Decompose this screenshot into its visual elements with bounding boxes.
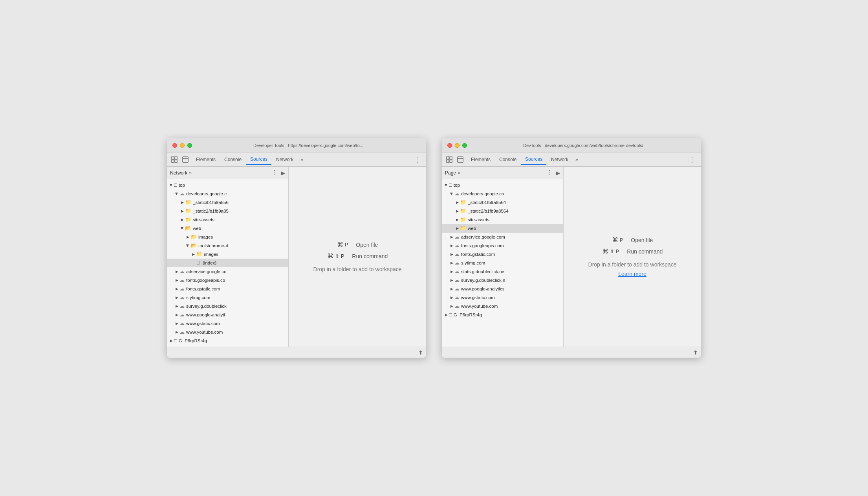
tab-sources-1[interactable]: Sources — [246, 154, 271, 165]
svg-rect-3 — [175, 160, 177, 162]
tab-elements-2[interactable]: Elements — [467, 154, 494, 165]
tree-item-web-2[interactable]: ▶ 📁 web — [442, 224, 563, 233]
tree-item-survey[interactable]: ▶ ☁ survey.g.doubleclick — [167, 302, 288, 310]
svg-rect-9 — [450, 160, 452, 162]
cloud-icon-survey-2: ☁ — [454, 277, 460, 284]
panel-area-1: Network » ⋮ ▶ ▶ □ top ▶ ☁ developers — [167, 167, 426, 347]
minimize-button-2[interactable] — [455, 143, 460, 148]
tree-item-devgoogle-2[interactable]: ▶ ☁ developers.google.co — [442, 189, 563, 198]
tree-item-static1-2[interactable]: ▶ 📁 _static/b1fb9a8564 — [442, 198, 563, 207]
tree-item-fonts-api[interactable]: ▶ ☁ fonts.googleapis.co — [167, 276, 288, 285]
cmd-symbol-1a: ⌘ — [337, 241, 343, 248]
arrow-images-web: ▶ — [185, 233, 190, 241]
label-adservice-2: adservice.google.com — [461, 233, 505, 241]
tree-item-analytics[interactable]: ▶ ☁ www.google-analyti — [167, 310, 288, 319]
sidebar-toggle-icon-2[interactable]: ▶ — [556, 170, 560, 176]
tree-item-fonts-static-2[interactable]: ▶ ☁ fonts.gstatic.com — [442, 250, 563, 259]
tree-item-sytimg[interactable]: ▶ ☁ s.ytimg.com — [167, 293, 288, 302]
sidebar-toggle-icon-1[interactable]: ▶ — [281, 170, 285, 176]
tree-item-static2[interactable]: ▶ 📁 _static2/b1fb9a85 — [167, 207, 288, 215]
cloud-icon-gstatic-2: ☁ — [454, 294, 460, 301]
tree-item-gstatic[interactable]: ▶ ☁ www.gstatic.com — [167, 319, 288, 328]
tree-item-top-2[interactable]: ▶ □ top — [442, 181, 563, 189]
maximize-button-1[interactable] — [187, 143, 192, 148]
tab-console-2[interactable]: Console — [495, 154, 520, 165]
cloud-icon-fonts-static: ☁ — [179, 285, 185, 292]
sidebar-kebab-1[interactable]: ⋮ — [271, 169, 278, 176]
arrow-g-p6: ▶ — [168, 337, 174, 344]
bottom-icon-2[interactable]: ⬆ — [693, 349, 698, 356]
label-g-p6: G_P6rpRSr4g — [179, 337, 207, 344]
tab-sources-2[interactable]: Sources — [521, 154, 546, 165]
sidebar-label-2: Page — [445, 170, 456, 176]
tree-item-g-p6[interactable]: ▶ □ G_P6rpRSr4g — [167, 336, 288, 345]
tree-item-gstatic-2[interactable]: ▶ ☁ www.gstatic.com — [442, 293, 563, 302]
tab-more-1[interactable]: » — [298, 155, 306, 164]
tab-kebab-2[interactable]: ⋮ — [686, 154, 698, 165]
folder-open-icon-tools: 📂 — [190, 242, 197, 249]
tree-item-survey-2[interactable]: ▶ ☁ survey.g.doubleclick.n — [442, 276, 563, 285]
tree-item-fonts-static[interactable]: ▶ ☁ fonts.gstatic.com — [167, 285, 288, 293]
arrow-youtube: ▶ — [174, 329, 179, 336]
tree-item-images-web[interactable]: ▶ 📁 images — [167, 233, 288, 241]
folder-icon-images-web: 📁 — [190, 233, 197, 241]
label-youtube-2: www.youtube.com — [461, 303, 498, 310]
tab-console-1[interactable]: Console — [220, 154, 245, 165]
tab-more-2[interactable]: » — [573, 155, 580, 164]
tree-item-site-assets-2[interactable]: ▶ 📁 site-assets — [442, 215, 563, 224]
cloud-icon-analytics: ☁ — [179, 311, 185, 318]
shortcut-label-open-2: Open file — [631, 237, 653, 243]
maximize-button-2[interactable] — [462, 143, 467, 148]
tree-item-images-tools[interactable]: ▶ 📁 images — [167, 250, 288, 259]
p-key-2a: P — [620, 237, 623, 243]
panel-area-2: Page » ⋮ ▶ ▶ □ top ▶ ☁ developers.google… — [442, 167, 701, 347]
tree-item-static2-2[interactable]: ▶ 📁 _static2/b1fb9a8564 — [442, 207, 563, 215]
tree-item-top-1[interactable]: ▶ □ top — [167, 181, 288, 189]
folder-icon-site-assets: 📁 — [185, 216, 191, 223]
label-index: (index) — [203, 259, 216, 266]
tree-item-sytimg-2[interactable]: ▶ ☁ s.ytimg.com — [442, 259, 563, 267]
tab-network-1[interactable]: Network — [272, 154, 297, 165]
tree-item-youtube[interactable]: ▶ ☁ www.youtube.com — [167, 328, 288, 336]
bottom-icon-1[interactable]: ⬆ — [418, 349, 423, 356]
tab-elements-1[interactable]: Elements — [192, 154, 220, 165]
p-key-2b: P — [616, 248, 619, 254]
tree-item-site-assets[interactable]: ▶ 📁 site-assets — [167, 215, 288, 224]
main-content-1: ⌘ P Open file ⌘ ⇧ P Run command Drop in … — [289, 167, 426, 347]
label-fonts-api: fonts.googleapis.co — [186, 277, 225, 284]
tree-item-fonts-api-2[interactable]: ▶ ☁ fonts.googleapis.com — [442, 241, 563, 250]
tree-item-adservice-2[interactable]: ▶ ☁ adservice.google.com — [442, 233, 563, 241]
cloud-icon-sytimg-2: ☁ — [454, 259, 460, 266]
tree-item-adservice[interactable]: ▶ ☁ adservice.google.co — [167, 267, 288, 276]
tab-kebab-1[interactable]: ⋮ — [411, 154, 423, 165]
tree-item-youtube-2[interactable]: ▶ ☁ www.youtube.com — [442, 302, 563, 310]
sidebar-header-2: Page » ⋮ ▶ — [442, 167, 563, 179]
arrow-adservice: ▶ — [174, 268, 179, 275]
tab-network-2[interactable]: Network — [547, 154, 572, 165]
title-bar-2: DevTools - developers.google.com/web/too… — [442, 138, 701, 152]
sidebar-2: Page » ⋮ ▶ ▶ □ top ▶ ☁ developers.google… — [442, 167, 564, 347]
tree-item-web[interactable]: ▶ 📂 web — [167, 224, 288, 233]
arrow-static2: ▶ — [179, 208, 185, 215]
minimize-button-1[interactable] — [180, 143, 185, 148]
drop-text-1: Drop in a folder to add to workspace — [313, 266, 402, 272]
tree-item-static1[interactable]: ▶ 📁 _static/b1fb9a856 — [167, 198, 288, 207]
tree-item-index[interactable]: ▶ 🗋 (index) — [167, 259, 288, 267]
learn-more-link[interactable]: Learn more — [618, 271, 646, 277]
sidebar-kebab-2[interactable]: ⋮ — [546, 169, 553, 176]
sidebar-more-1[interactable]: » — [189, 170, 192, 176]
close-button-2[interactable] — [447, 143, 452, 148]
tree-item-g-p6-2[interactable]: ▶ □ G_P6rpRSr4g — [442, 310, 563, 319]
tree-item-analytics-2[interactable]: ▶ ☁ www.google-analytics — [442, 285, 563, 293]
tree-item-devgoogle-1[interactable]: ▶ ☁ developers.google.c — [167, 189, 288, 198]
sidebar-more-2[interactable]: » — [458, 170, 460, 176]
label-survey: survey.g.doubleclick — [186, 303, 227, 310]
label-survey-2: survey.g.doubleclick.n — [461, 277, 505, 284]
cmd-symbol-2b: ⌘ — [602, 248, 608, 255]
close-button-1[interactable] — [172, 143, 177, 148]
tree-item-stats-2[interactable]: ▶ ☁ stats.g.doubleclick.ne — [442, 267, 563, 276]
svg-rect-0 — [172, 157, 174, 159]
label-fonts-static-2: fonts.gstatic.com — [461, 251, 495, 258]
tree-item-tools[interactable]: ▶ 📂 tools/chrome-d — [167, 241, 288, 250]
bottom-bar-1: ⬆ — [167, 347, 426, 358]
